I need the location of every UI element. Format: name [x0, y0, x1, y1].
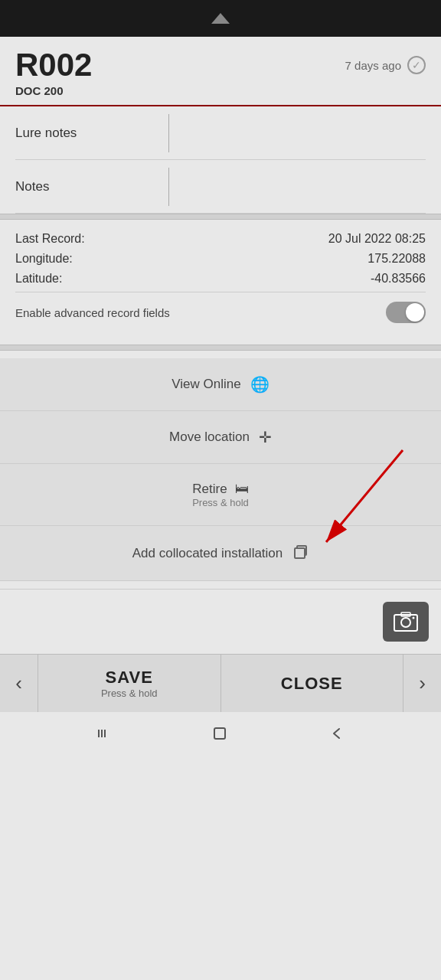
lure-notes-label: Lure notes: [15, 126, 168, 141]
retire-button[interactable]: Retire 🛏 Press & hold: [0, 464, 441, 526]
move-icon: ✛: [259, 428, 272, 446]
nav-back-icon: [328, 725, 345, 742]
nav-back-button[interactable]: [328, 725, 345, 742]
nav-menu-icon: [96, 726, 111, 741]
longitude-row: Longitude: 175.22088: [15, 252, 426, 266]
field-divider-2: [168, 168, 169, 206]
timestamp-row: 7 days ago ✓: [345, 56, 426, 74]
check-circle-icon: ✓: [407, 56, 426, 74]
prev-arrow-icon: ‹: [15, 671, 22, 695]
toggle-knob: [406, 303, 424, 322]
notes-label: Notes: [15, 179, 168, 194]
globe-icon: 🌐: [250, 375, 270, 394]
retire-sub: Press & hold: [192, 497, 249, 508]
svg-rect-9: [104, 730, 106, 737]
retire-label: Retire: [192, 482, 227, 497]
camera-icon: [394, 611, 418, 632]
fields-section: Lure notes Notes: [0, 106, 441, 214]
svg-point-4: [401, 618, 410, 627]
close-button[interactable]: CLOSE: [221, 655, 403, 712]
record-id: R002: [15, 49, 92, 81]
next-arrow-icon: ›: [419, 671, 426, 695]
svg-rect-10: [214, 728, 225, 739]
section-divider-2: [0, 345, 441, 351]
lure-notes-row: Lure notes: [15, 106, 426, 160]
save-button[interactable]: SAVE Press & hold: [38, 655, 221, 712]
view-online-button[interactable]: View Online 🌐: [0, 358, 441, 411]
retire-content: Retire 🛏 Press & hold: [192, 481, 249, 508]
prev-arrow-button[interactable]: ‹: [0, 655, 38, 712]
info-section: Last Record: 20 Jul 2022 08:25 Longitude…: [0, 220, 441, 345]
camera-button[interactable]: [383, 602, 429, 642]
move-location-button[interactable]: Move location ✛: [0, 411, 441, 464]
copy-icon: [292, 543, 309, 564]
svg-rect-7: [98, 730, 100, 737]
move-location-label: Move location: [169, 430, 250, 445]
save-label: SAVE: [106, 668, 153, 688]
save-sub-label: Press & hold: [101, 688, 158, 699]
svg-rect-8: [101, 730, 103, 737]
advanced-fields-label: Enable advanced record fields: [15, 306, 170, 319]
camera-section: [0, 589, 441, 654]
next-arrow-button[interactable]: ›: [403, 655, 441, 712]
header-section: R002 7 days ago ✓ DOC 200: [0, 37, 441, 97]
notes-input[interactable]: [181, 180, 426, 194]
nav-home-button[interactable]: [211, 725, 228, 742]
status-indicator: [211, 13, 230, 24]
bottom-bar: ‹ SAVE Press & hold CLOSE ›: [0, 654, 441, 712]
svg-point-6: [413, 617, 415, 619]
field-divider-1: [168, 114, 169, 152]
add-collocated-button[interactable]: Add collocated installation: [0, 526, 441, 581]
view-online-label: View Online: [172, 377, 240, 392]
doc-label: DOC 200: [15, 84, 426, 97]
latitude-value: -40.83566: [371, 272, 426, 286]
bed-icon: 🛏: [235, 481, 249, 497]
latitude-row: Latitude: -40.83566: [15, 272, 426, 286]
add-collocated-label: Add collocated installation: [132, 546, 283, 561]
latitude-label: Latitude:: [15, 272, 62, 286]
last-record-value: 20 Jul 2022 08:25: [328, 232, 426, 246]
longitude-value: 175.22088: [368, 252, 426, 266]
section-divider-1: [0, 214, 441, 220]
android-nav-bar: [0, 712, 441, 755]
nav-home-icon: [211, 725, 228, 742]
notes-row: Notes: [15, 160, 426, 214]
close-label: CLOSE: [281, 674, 343, 694]
longitude-label: Longitude:: [15, 252, 73, 266]
actions-section: View Online 🌐 Move location ✛ Retire 🛏 P…: [0, 351, 441, 589]
advanced-fields-row: Enable advanced record fields: [15, 292, 426, 332]
timestamp-text: 7 days ago: [345, 59, 401, 72]
advanced-fields-toggle[interactable]: [386, 302, 426, 323]
last-record-label: Last Record:: [15, 232, 85, 246]
last-record-row: Last Record: 20 Jul 2022 08:25: [15, 232, 426, 246]
status-bar: [0, 0, 441, 37]
nav-menu-button[interactable]: [96, 726, 111, 741]
svg-rect-0: [295, 548, 305, 558]
lure-notes-input[interactable]: [181, 126, 426, 140]
